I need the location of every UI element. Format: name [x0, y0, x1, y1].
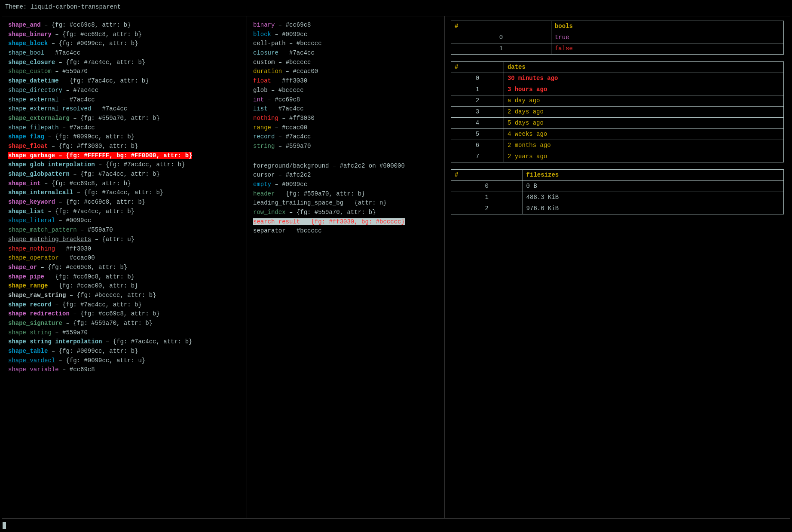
filesizes-col-header: filesizes [523, 170, 783, 181]
theme-header: Theme: liquid-carbon-transparent [0, 0, 792, 14]
filesizes-value-1: 488.3 KiB [523, 192, 783, 203]
table-row: 5 4 weeks ago [451, 129, 784, 140]
dates-value-1: 3 hours ago [504, 84, 783, 95]
list-item: shape_binary – {fg: #cc69c8, attr: b} [8, 30, 241, 40]
list-item: shape_match_pattern – #559a70 [8, 226, 241, 235]
list-item: empty – #0099cc [253, 180, 438, 190]
dates-table: # dates 0 30 minutes ago 1 3 hours ago 2 [451, 61, 784, 162]
dates-col-header: dates [504, 62, 783, 73]
list-item: duration – #ccac00 [253, 67, 438, 76]
dates-index-6: 6 [451, 140, 504, 151]
filesizes-value-0: 0 B [523, 181, 783, 192]
dates-index-header: # [451, 62, 504, 73]
dates-index-4: 4 [451, 118, 504, 129]
filesizes-index-2: 2 [451, 203, 523, 214]
list-item: shape_external – #7ac4cc [8, 95, 241, 105]
list-item: shape_redirection – {fg: #cc69c8, attr: … [8, 309, 241, 319]
list-item: shape_globpattern – {fg: #7ac4cc, attr: … [8, 170, 241, 179]
filesizes-table: # filesizes 0 0 B 1 488.3 KiB 2 [451, 169, 784, 214]
table-row: 4 5 days ago [451, 118, 784, 129]
list-item: int – #cc69c8 [253, 95, 438, 105]
list-item: row_index – {fg: #559a70, attr: b} [253, 208, 438, 217]
list-item: range – #ccac00 [253, 123, 438, 133]
dates-index-7: 7 [451, 151, 504, 162]
table-row: 6 2 months ago [451, 140, 784, 151]
filesizes-index-header: # [451, 170, 523, 181]
dates-index-0: 0 [451, 73, 504, 84]
table-row: 1 3 hours ago [451, 84, 784, 95]
list-item: shape_directory – #7ac4cc [8, 86, 241, 95]
list-item: closure – #7ac4cc [253, 49, 438, 58]
dates-index-5: 5 [451, 129, 504, 140]
table-row: 7 2 years ago [451, 151, 784, 162]
list-item: shape_flag – {fg: #0099cc, attr: b} [8, 132, 241, 142]
dates-value-3: 2 days ago [504, 107, 783, 118]
filesizes-table-container: # filesizes 0 0 B 1 488.3 KiB 2 [451, 169, 784, 214]
list-item: shape_keyword – {fg: #cc69c8, attr: b} [8, 198, 241, 207]
middle-column: binary – #cc69c8 block – #0099cc cell-pa… [247, 16, 445, 518]
bools-index-1: 1 [451, 43, 551, 55]
dates-value-2: a day ago [504, 95, 783, 107]
list-item: shape_range – {fg: #ccac00, attr: b} [8, 281, 241, 291]
list-item: shape_bool – #7ac4cc [8, 49, 241, 58]
dates-index-1: 1 [451, 84, 504, 95]
table-row: 1 false [451, 43, 784, 55]
list-item: shape_list – {fg: #7ac4cc, attr: b} [8, 207, 241, 217]
list-item: shape_or – {fg: #cc69c8, attr: b} [8, 263, 241, 272]
table-row: 0 0 B [451, 181, 784, 192]
table-row: 2 a day ago [451, 95, 784, 107]
list-item: block – #0099cc [253, 30, 438, 40]
list-item: shape_table – {fg: #0099cc, attr: b} [8, 347, 241, 356]
table-row: 1 488.3 KiB [451, 192, 784, 203]
bools-col-header: bools [551, 21, 783, 32]
bools-value-false: false [551, 43, 783, 55]
list-item: shape_matching_brackets – {attr: u} [8, 235, 241, 245]
list-item: nothing – #ff3030 [253, 114, 438, 123]
list-item: shape_filepath – #7ac4cc [8, 123, 241, 133]
left-column: shape_and – {fg: #cc69c8, attr: b} shape… [2, 16, 247, 518]
table-row: 2 976.6 KiB [451, 203, 784, 214]
list-item: shape_closure – {fg: #7ac4cc, attr: b} [8, 58, 241, 67]
list-item: foreground/background – #afc2c2 on #0000… [253, 162, 438, 171]
filesizes-value-2: 976.6 KiB [523, 203, 783, 214]
list-item: shape_garbage – {fg: #FFFFFF, bg: #FF000… [8, 151, 241, 161]
dates-value-4: 5 days ago [504, 118, 783, 129]
bools-value-true: true [551, 32, 783, 43]
list-item: shape_signature – {fg: #559a70, attr: b} [8, 319, 241, 328]
list-item: shape_glob_interpolation – {fg: #7ac4cc,… [8, 160, 241, 170]
list-item: shape_custom – #559a70 [8, 67, 241, 76]
list-item: shape_operator – #ccac00 [8, 254, 241, 263]
list-item: separator – #bccccc [253, 226, 438, 236]
cursor-indicator [3, 522, 6, 529]
dates-index-3: 3 [451, 107, 504, 118]
list-item: shape_string_interpolation – {fg: #7ac4c… [8, 337, 241, 347]
list-item: float – #ff3030 [253, 76, 438, 86]
dates-value-0: 30 minutes ago [504, 73, 783, 84]
main-container: shape_and – {fg: #cc69c8, attr: b} shape… [2, 16, 790, 519]
filesizes-index-0: 0 [451, 181, 523, 192]
filesizes-index-1: 1 [451, 192, 523, 203]
list-item: shape_literal – #0099cc [8, 216, 241, 226]
list-item: shape_raw_string – {fg: #bccccc, attr: b… [8, 291, 241, 300]
dates-value-7: 2 years ago [504, 151, 783, 162]
list-item: shape_nothing – #ff3030 [8, 245, 241, 254]
list-item: shape_and – {fg: #cc69c8, attr: b} [8, 21, 241, 30]
list-item: shape_pipe – {fg: #cc69c8, attr: b} [8, 272, 241, 282]
list-item: binary – #cc69c8 [253, 21, 438, 30]
list-item: custom – #bccccc [253, 58, 438, 67]
list-item: shape_block – {fg: #0099cc, attr: b} [8, 39, 241, 49]
list-item: record – #7ac4cc [253, 132, 438, 142]
list-item: string – #559a70 [253, 142, 438, 151]
list-item: cursor – #afc2c2 [253, 171, 438, 180]
list-item: shape_datetime – {fg: #7ac4cc, attr: b} [8, 76, 241, 86]
list-item: leading_trailing_space_bg – {attr: n} [253, 199, 438, 208]
list-item: shape_external_resolved – #7ac4cc [8, 104, 241, 114]
list-item: shape_int – {fg: #cc69c8, attr: b} [8, 179, 241, 189]
dates-value-6: 2 months ago [504, 140, 783, 151]
bools-index-0: 0 [451, 32, 551, 43]
bools-table: # bools 0 true 1 false [451, 21, 784, 55]
list-item: shape_variable – #cc69c8 [8, 365, 241, 375]
list-item: search_result – {fg: #ff3030, bg: #bcccc… [253, 217, 438, 227]
list-item: shape_externalarg – {fg: #559a70, attr: … [8, 114, 241, 123]
list-item: cell-path – #bccccc [253, 39, 438, 49]
